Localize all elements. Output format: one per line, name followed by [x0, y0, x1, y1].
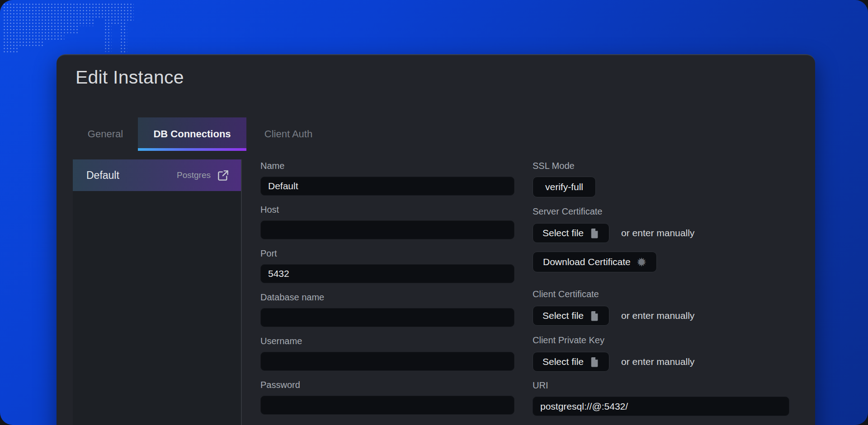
uri-input[interactable]	[533, 397, 789, 416]
file-icon	[590, 310, 599, 322]
client-certificate-row: Select file or enter manually	[533, 306, 694, 326]
name-field-group: Name	[260, 160, 514, 196]
password-input[interactable]	[260, 396, 514, 415]
download-certificate-label: Download Certificate	[543, 257, 631, 267]
client-private-key-row: Select file or enter manually	[533, 352, 694, 372]
select-file-label: Select file	[542, 310, 584, 321]
host-field-group: Host	[260, 204, 514, 239]
connection-form-right: SSL Mode verify-full Server Certificate …	[533, 160, 789, 416]
dotted-corner-decoration	[3, 3, 134, 54]
ssl-mode-button[interactable]: verify-full	[533, 177, 596, 197]
server-certificate-label: Server Certificate	[533, 206, 603, 217]
port-field-group: Port	[260, 248, 514, 283]
host-label: Host	[260, 204, 514, 215]
connection-item-default[interactable]: Default Postgres	[73, 159, 241, 191]
port-label: Port	[260, 248, 514, 259]
tab-general[interactable]: General	[73, 117, 138, 151]
tab-bar: General DB Connections Client Auth	[73, 117, 330, 151]
client-certificate-enter-manually[interactable]: or enter manually	[621, 310, 694, 321]
page-title: Edit Instance	[75, 67, 184, 88]
app-background: Edit Instance General DB Connections Cli…	[0, 0, 868, 425]
uri-label: URI	[533, 380, 548, 391]
certificate-seal-icon: ✹	[637, 256, 647, 268]
database-label: Database name	[260, 292, 514, 303]
active-tab-underline	[138, 148, 246, 151]
server-certificate-select-file-button[interactable]: Select file	[533, 223, 609, 243]
username-field-group: Username	[260, 336, 514, 371]
tab-db-connections-label: DB Connections	[153, 128, 231, 140]
connections-sidebar: Default Postgres	[73, 159, 242, 425]
download-certificate-button[interactable]: Download Certificate ✹	[533, 252, 657, 272]
server-certificate-row: Select file or enter manually	[533, 223, 694, 243]
port-input[interactable]	[260, 264, 514, 283]
select-file-label: Select file	[542, 356, 584, 367]
client-private-key-select-file-button[interactable]: Select file	[533, 352, 609, 372]
password-label: Password	[260, 379, 514, 391]
file-icon	[590, 228, 599, 239]
tab-client-auth-label: Client Auth	[264, 128, 312, 140]
host-input[interactable]	[260, 220, 514, 239]
ssl-mode-value: verify-full	[545, 182, 583, 192]
password-field-group: Password	[260, 379, 514, 415]
name-label: Name	[260, 160, 514, 172]
client-private-key-label: Client Private Key	[533, 335, 604, 346]
server-certificate-enter-manually[interactable]: or enter manually	[621, 228, 694, 238]
file-icon	[590, 356, 599, 368]
database-field-group: Database name	[260, 292, 514, 327]
connection-meta: Postgres	[177, 169, 229, 182]
username-input[interactable]	[260, 352, 514, 371]
database-input[interactable]	[260, 308, 514, 327]
ssl-mode-label: SSL Mode	[533, 160, 575, 172]
client-certificate-select-file-button[interactable]: Select file	[533, 306, 609, 326]
external-link-icon[interactable]	[217, 169, 229, 182]
name-input[interactable]	[260, 177, 514, 196]
client-private-key-enter-manually[interactable]: or enter manually	[621, 356, 694, 367]
connection-name: Default	[86, 169, 119, 182]
username-label: Username	[260, 336, 514, 347]
tab-db-connections[interactable]: DB Connections	[138, 117, 246, 151]
client-certificate-label: Client Certificate	[533, 289, 599, 300]
tab-client-auth[interactable]: Client Auth	[246, 117, 330, 151]
edit-instance-modal: Edit Instance General DB Connections Cli…	[57, 54, 815, 425]
connection-type-label: Postgres	[177, 170, 211, 180]
select-file-label: Select file	[542, 228, 584, 238]
connection-form-left: Name Host Port Database name Username Pa…	[260, 160, 514, 423]
tab-general-label: General	[88, 128, 123, 140]
